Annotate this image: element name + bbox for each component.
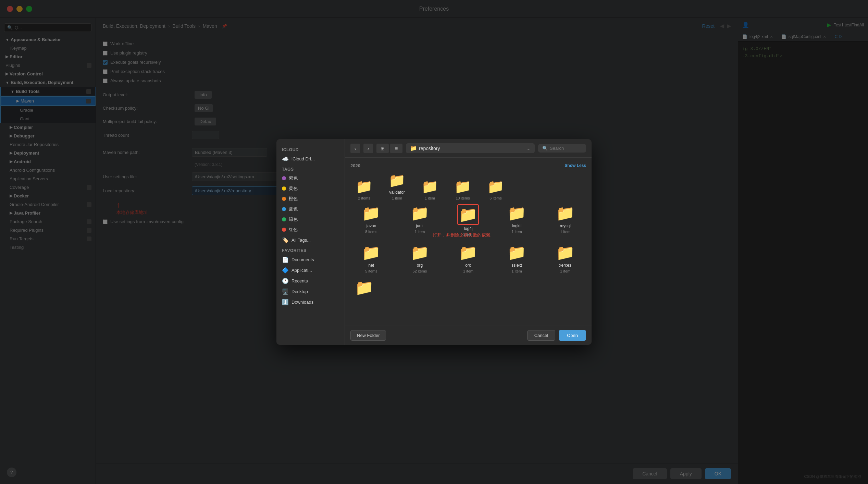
tag-green[interactable]: 绿色 — [276, 214, 345, 225]
folder-count: 52 items — [413, 269, 427, 273]
icloud-drive-label: iCloud Dri... — [292, 156, 315, 161]
folder-icon: 📁 — [355, 279, 374, 297]
file-picker-overlay: iCloud ☁️ iCloud Dri... Tags 紫色 黄色 — [96, 18, 738, 484]
fav-applications[interactable]: 🔷 Applicati... — [276, 265, 345, 276]
folder-icon: 📁 — [362, 244, 381, 262]
fp-icon-view-button[interactable]: ⊞ — [376, 144, 389, 153]
folder-logkit[interactable]: 📁 logkit 1 item — [496, 204, 538, 237]
folder-count: 8 items — [365, 230, 377, 234]
folder-javax[interactable]: 📁 javax 8 items — [350, 204, 392, 237]
orange-dot — [282, 197, 286, 201]
fav-documents[interactable]: 📄 Documents — [276, 254, 345, 265]
tag-orange-label: 橙色 — [289, 196, 298, 202]
downloads-icon: ⬇️ — [282, 299, 289, 305]
show-less-button[interactable]: Show Less — [565, 163, 586, 168]
folder-icon: 📁 — [410, 244, 429, 262]
tag-red[interactable]: 红色 — [276, 225, 345, 235]
folder-count: 1 item — [512, 230, 522, 234]
main-layout: 🔍 ▼ Appearance & Behavior Keymap ▶ Edito… — [0, 18, 868, 484]
folder-icon: 📁 — [556, 204, 575, 222]
fp-list-view-button[interactable]: ≡ — [390, 144, 402, 153]
fav-downloads-label: Downloads — [292, 300, 313, 305]
file-picker-sidebar: iCloud ☁️ iCloud Dri... Tags 紫色 黄色 — [276, 139, 345, 345]
folder-count: 1 item — [392, 196, 402, 200]
icloud-drive-item[interactable]: ☁️ iCloud Dri... — [276, 154, 345, 164]
folder-icon: 📁 — [459, 244, 478, 262]
folder-name: validator — [389, 190, 405, 195]
tag-yellow[interactable]: 黄色 — [276, 183, 345, 194]
fav-documents-label: Documents — [292, 257, 314, 262]
search-icon: 🔍 — [542, 146, 548, 151]
folder-net[interactable]: 📁 net 5 items — [350, 244, 392, 273]
fp-bottom-bar: New Folder Cancel Open — [345, 326, 592, 345]
fav-recents[interactable]: 🕐 Recents — [276, 276, 345, 286]
all-tags-item[interactable]: 🏷️ All Tags... — [276, 235, 345, 245]
fp-back-button[interactable]: ‹ — [350, 144, 360, 153]
folder-top-3[interactable]: 📁 1 item — [416, 179, 444, 200]
purple-dot — [282, 176, 286, 180]
folder-icon: 📁 — [421, 179, 438, 195]
folder-sslext[interactable]: 📁 sslext 1 item — [496, 244, 538, 273]
tag-purple-label: 紫色 — [289, 175, 298, 181]
folder-count: 1 item — [560, 269, 570, 273]
folder-validator[interactable]: 📁 validator 1 item — [383, 172, 411, 200]
preferences-content: Build, Execution, Deployment › Build Too… — [96, 18, 738, 484]
folder-icon: 📁 — [410, 145, 417, 152]
folder-icon: 📁 — [507, 244, 526, 262]
fav-desktop-label: Desktop — [292, 289, 308, 294]
folder-count: 1 item — [463, 269, 473, 273]
folder-count: 1 item — [414, 230, 425, 234]
tag-yellow-label: 黄色 — [289, 185, 298, 192]
file-picker-main: ‹ › ⊞ ≡ 📁 repository ⌄ 🔍 — [345, 139, 592, 345]
documents-icon: 📄 — [282, 256, 289, 263]
fp-toolbar: ‹ › ⊞ ≡ 📁 repository ⌄ 🔍 — [345, 139, 592, 158]
fp-action-buttons: Cancel Open — [527, 330, 586, 341]
fav-desktop[interactable]: 🖥️ Desktop — [276, 286, 345, 297]
icloud-section-header: iCloud — [276, 145, 345, 154]
tag-red-label: 红色 — [289, 227, 298, 233]
folder-icon: 📁 — [410, 204, 429, 222]
folder-name: javax — [367, 223, 376, 228]
fp-folders-grid-2: 📁 net 5 items 📁 org 52 items — [350, 244, 586, 273]
all-tags-label: All Tags... — [292, 238, 311, 243]
folder-top-5[interactable]: 📁 6 items — [482, 179, 509, 200]
folder-count: 5 items — [365, 269, 377, 273]
fp-folders-grid: 📁 javax 8 items 📁 junit 1 item — [350, 204, 586, 237]
tags-section-header: Tags — [276, 164, 345, 173]
folder-mysql[interactable]: 📁 mysql 1 item — [544, 204, 586, 237]
folder-top-1[interactable]: 📁 2 items — [350, 179, 378, 200]
fav-applications-label: Applicati... — [292, 268, 312, 273]
folder-log4j[interactable]: 📁 log4j 1 item — [447, 204, 489, 237]
folder-name: junit — [416, 223, 423, 228]
fp-open-button[interactable]: Open — [559, 330, 586, 341]
fp-search-container[interactable]: 🔍 — [538, 144, 586, 153]
folder-count: 1 item — [512, 269, 522, 273]
fp-cancel-button[interactable]: Cancel — [527, 330, 555, 341]
folder-name: org — [417, 263, 423, 268]
folder-name: oro — [465, 263, 471, 268]
fp-view-toggle: ⊞ ≡ — [376, 144, 402, 153]
tag-blue-label: 蓝色 — [289, 206, 298, 212]
folder-icon: 📁 — [356, 179, 373, 195]
tag-purple[interactable]: 紫色 — [276, 173, 345, 183]
desktop-icon: 🖥️ — [282, 288, 289, 295]
folder-count: 1 item — [463, 232, 473, 237]
tag-orange[interactable]: 橙色 — [276, 194, 345, 204]
new-folder-button[interactable]: New Folder — [350, 330, 386, 341]
folder-name: mysql — [560, 223, 571, 228]
folder-last[interactable]: 📁 — [350, 279, 378, 297]
blue-dot — [282, 207, 286, 211]
fp-forward-button[interactable]: › — [363, 144, 373, 153]
folder-name: net — [368, 263, 374, 268]
folder-icon: 📁 — [454, 179, 471, 195]
folder-org[interactable]: 📁 org 52 items — [399, 244, 441, 273]
fp-search-input[interactable] — [550, 146, 584, 151]
fav-downloads[interactable]: ⬇️ Downloads — [276, 297, 345, 307]
fp-path-dropdown[interactable]: 📁 repository ⌄ — [406, 143, 535, 153]
folder-top-4[interactable]: 📁 10 items — [449, 179, 476, 200]
folder-oro[interactable]: 📁 oro 1 item — [447, 244, 489, 273]
tag-blue[interactable]: 蓝色 — [276, 204, 345, 214]
tag-green-label: 绿色 — [289, 216, 298, 222]
folder-icon: 📁 — [362, 204, 381, 222]
folder-xerces[interactable]: 📁 xerces 1 item — [544, 244, 586, 273]
